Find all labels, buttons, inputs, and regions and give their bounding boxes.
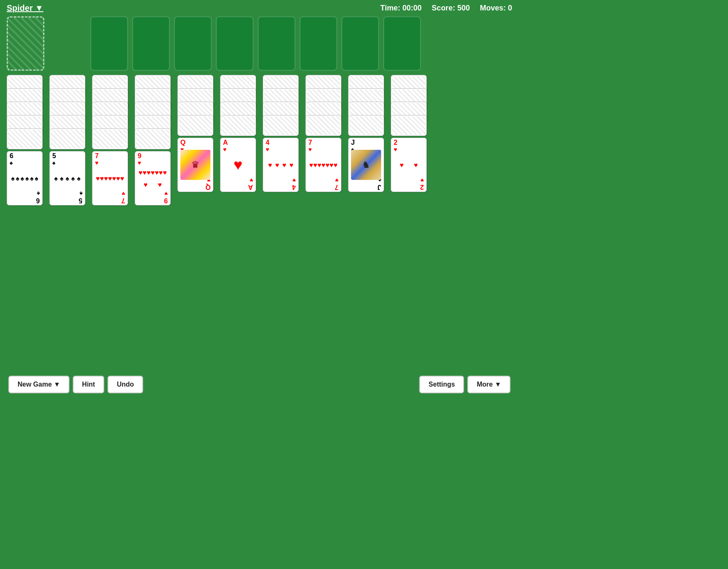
pip-0: ♠ [54,175,58,182]
pip-4: ♠ [77,175,81,182]
face-card-col8[interactable]: 7♥7♥♥♥♥♥♥♥♥ [305,138,341,192]
column-6[interactable]: A♥A♥♥ [220,75,259,205]
face-card-col4[interactable]: 9♥9♥♥♥♥♥♥♥♥♥♥ [135,151,171,205]
card-back-col7-3 [263,115,299,136]
pip-3: ♥ [290,161,294,169]
pip-1: ♠ [60,175,64,182]
pip-2: ♠ [66,175,69,182]
pips-col8: ♥♥♥♥♥♥♥ [306,151,341,179]
foundation-7[interactable] [341,16,379,71]
column-1[interactable]: 6♠6♠♠♠♠♠♠♠ [7,75,45,205]
card-back-col8-3 [305,115,341,136]
pip-4: ♥ [112,175,116,182]
pip-4: ♥ [326,161,330,169]
pip-0: ♥ [268,161,272,169]
pip-2: ♥ [282,161,287,169]
pip-6: ♥ [120,175,124,182]
pip-5: ♠ [35,175,38,182]
hint-button[interactable]: Hint [73,376,104,393]
pip-1: ♥ [143,169,147,177]
title-arrow: ▼ [35,3,44,13]
foundation-6[interactable] [300,16,337,71]
pip-2: ♥ [104,175,108,182]
column-9[interactable]: J♠J♠♞ [348,75,387,205]
new-game-button[interactable]: New Game ▼ [8,376,69,393]
card-back-col10-3 [391,115,427,136]
pips-col10: ♥♥ [391,151,426,179]
pip-2: ♥ [147,169,151,177]
toolbar-right: Settings More ▼ [419,376,510,393]
face-card-col9[interactable]: J♠J♠♞ [348,138,384,192]
stats: Time: 00:00 Score: 500 Moves: 0 [380,4,512,13]
card-back-col5-3 [177,115,213,136]
pip-2: ♥ [318,161,322,169]
pip-4: ♥ [155,169,159,177]
face-card-col10[interactable]: 2♥2♥♥♥ [391,138,427,192]
game-title[interactable]: Spider ▼ [7,3,44,13]
toolbar: New Game ▼ Hint Undo Settings More ▼ [0,376,519,393]
column-8[interactable]: 7♥7♥♥♥♥♥♥♥♥ [305,75,344,205]
pip-6: ♥ [163,169,167,177]
column-3[interactable]: 7♥7♥♥♥♥♥♥♥♥ [92,75,131,205]
pip-0: ♥ [138,169,143,177]
pip-7: ♥ [144,181,148,189]
column-10[interactable]: 2♥2♥♥♥ [391,75,429,205]
settings-button[interactable]: Settings [419,376,464,393]
card-back-col2-4 [49,128,85,149]
pip-5: ♥ [330,161,334,169]
column-7[interactable]: 4♥4♥♥♥♥♥ [263,75,301,205]
toolbar-left: New Game ▼ Hint Undo [8,376,143,393]
foundation-2[interactable] [132,16,170,71]
pip-3: ♥ [151,169,155,177]
foundation-5[interactable] [258,16,295,71]
pip-1: ♥ [100,175,104,182]
pip-6: ♥ [333,161,338,169]
top-row [7,16,512,71]
pip-3: ♥ [108,175,112,182]
face-card-col3[interactable]: 7♥7♥♥♥♥♥♥♥♥ [92,151,128,205]
pip-0: ♥ [400,161,404,169]
pips-col7: ♥♥♥♥ [263,151,298,179]
column-4[interactable]: 9♥9♥♥♥♥♥♥♥♥♥♥ [135,75,173,205]
pip-3: ♠ [25,175,29,182]
pip-2: ♠ [21,175,24,182]
card-back-col4-4 [135,128,171,149]
pip-3: ♠ [71,175,75,182]
face-card-col5[interactable]: Q♥Q♥♛ [177,138,213,192]
pip-0: ♠ [11,175,15,182]
column-2[interactable]: 5♠5♠♠♠♠♠♠ [49,75,88,205]
undo-button[interactable]: Undo [108,376,143,393]
header: Spider ▼ Time: 00:00 Score: 500 Moves: 0 [0,0,519,16]
foundation-1[interactable] [90,16,128,71]
foundation-4[interactable] [216,16,254,71]
pip-4: ♠ [30,175,34,182]
game-area: 6♠6♠♠♠♠♠♠♠5♠5♠♠♠♠♠♠7♥7♥♥♥♥♥♥♥♥9♥9♥♥♥♥♥♥♥… [0,16,519,205]
card-back-col9-3 [348,115,384,136]
face-card-col7[interactable]: 4♥4♥♥♥♥♥ [263,138,299,192]
time-stat: Time: 00:00 [380,4,422,13]
pip-0: ♥ [309,161,313,169]
foundation-3[interactable] [174,16,212,71]
moves-stat: Moves: 0 [480,4,512,13]
pip-1: ♥ [414,161,418,169]
tableau: 6♠6♠♠♠♠♠♠♠5♠5♠♠♠♠♠♠7♥7♥♥♥♥♥♥♥♥9♥9♥♥♥♥♥♥♥… [7,75,512,205]
pip-3: ♥ [321,161,326,169]
score-stat: Score: 500 [432,4,470,13]
more-button[interactable]: More ▼ [467,376,510,393]
foundation-8[interactable] [383,16,421,71]
pips-col1: ♠♠♠♠♠♠ [7,165,42,192]
pip-1: ♥ [313,161,318,169]
face-card-col1[interactable]: 6♠6♠♠♠♠♠♠♠ [7,151,43,205]
card-back-col1-4 [7,128,43,149]
pip-5: ♥ [159,169,163,177]
pips-col3: ♥♥♥♥♥♥♥ [92,165,128,192]
stock-pile[interactable] [7,16,44,71]
pip-1: ♥ [275,161,279,169]
pip-5: ♥ [116,175,120,182]
pips-col4: ♥♥♥♥♥♥♥♥♥ [135,165,170,192]
column-5[interactable]: Q♥Q♥♛ [177,75,216,205]
face-card-col2[interactable]: 5♠5♠♠♠♠♠♠ [49,151,85,205]
face-img-col9: ♞ [351,150,381,180]
face-card-col6[interactable]: A♥A♥♥ [220,138,256,192]
card-back-col6-3 [220,115,256,136]
